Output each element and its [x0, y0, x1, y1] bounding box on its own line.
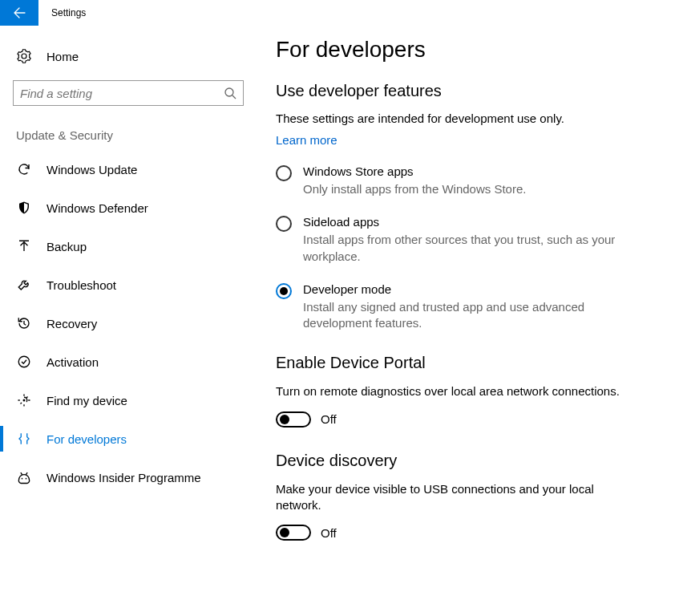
search-input[interactable]: [20, 87, 224, 100]
device-discovery-desc: Make your device visible to USB connecti…: [276, 481, 637, 514]
radio-indicator: [276, 216, 292, 232]
device-portal-toggle-state: Off: [321, 412, 337, 426]
window-title: Settings: [38, 7, 86, 18]
svg-point-2: [18, 356, 30, 367]
dev-features-intro: These settings are intended for developm…: [276, 111, 659, 125]
history-icon: [16, 316, 32, 330]
sidebar-item-find-my-device[interactable]: Find my device: [0, 381, 257, 419]
sidebar-item-insider[interactable]: Windows Insider Programme: [0, 458, 257, 496]
svg-line-1: [232, 95, 236, 99]
svg-point-4: [22, 478, 23, 480]
section-heading-dev-features: Use developer features: [276, 82, 659, 100]
home-label: Home: [46, 50, 79, 63]
radio-indicator: [276, 165, 292, 181]
section-heading-device-portal: Enable Device Portal: [276, 354, 659, 372]
svg-point-3: [23, 399, 26, 402]
search-icon: [224, 87, 236, 99]
ninja-cat-icon: [16, 470, 32, 484]
sidebar-item-label: Windows Insider Programme: [46, 471, 201, 484]
radio-indicator: [276, 283, 292, 299]
section-heading-device-discovery: Device discovery: [276, 452, 659, 470]
search-input-container[interactable]: [13, 80, 244, 106]
radio-developer-mode[interactable]: Developer mode Install any signed and tr…: [276, 282, 659, 332]
shield-icon: [16, 201, 32, 215]
page-title: For developers: [276, 37, 659, 63]
sidebar-item-recovery[interactable]: Recovery: [0, 304, 257, 342]
sidebar-nav: Windows Update Windows Defender Backup T…: [0, 150, 257, 496]
radio-label: Developer mode: [303, 282, 640, 296]
sync-icon: [16, 162, 32, 176]
arrow-up-icon: [16, 239, 32, 253]
back-button[interactable]: [0, 0, 38, 26]
sidebar-item-label: Windows Update: [46, 163, 137, 176]
learn-more-link[interactable]: Learn more: [276, 133, 337, 147]
sidebar-item-troubleshoot[interactable]: Troubleshoot: [0, 265, 257, 304]
sidebar-item-windows-update[interactable]: Windows Update: [0, 150, 257, 188]
sidebar-item-activation[interactable]: Activation: [0, 342, 257, 381]
svg-point-0: [225, 88, 233, 96]
sidebar-item-label: Find my device: [46, 394, 127, 407]
device-portal-toggle[interactable]: [276, 411, 311, 428]
titlebar: Settings: [0, 0, 683, 26]
sidebar-item-label: For developers: [46, 432, 127, 446]
svg-point-5: [26, 478, 27, 480]
arrow-left-icon: [13, 6, 26, 19]
sidebar-item-label: Recovery: [46, 317, 97, 330]
radio-description: Install any signed and trusted app and u…: [303, 299, 640, 332]
radio-sideload-apps[interactable]: Sideload apps Install apps from other so…: [276, 215, 659, 265]
sidebar-item-label: Windows Defender: [46, 201, 148, 215]
device-portal-desc: Turn on remote diagnostics over local ar…: [276, 383, 637, 399]
gear-icon: [16, 49, 32, 63]
radio-description: Only install apps from the Windows Store…: [303, 181, 526, 197]
radio-label: Sideload apps: [303, 215, 640, 229]
device-discovery-toggle[interactable]: [276, 525, 311, 541]
home-nav[interactable]: Home: [13, 42, 244, 71]
device-discovery-toggle-state: Off: [321, 526, 337, 540]
location-icon: [16, 393, 32, 407]
sidebar-item-windows-defender[interactable]: Windows Defender: [0, 188, 257, 227]
sidebar-item-for-developers[interactable]: For developers: [0, 419, 257, 458]
sidebar-item-label: Activation: [46, 355, 99, 369]
sidebar-item-backup[interactable]: Backup: [0, 227, 257, 265]
radio-description: Install apps from other sources that you…: [303, 232, 640, 265]
sidebar-item-label: Troubleshoot: [46, 278, 116, 292]
sidebar-section-header: Update & Security: [13, 128, 244, 142]
wrench-icon: [16, 278, 32, 292]
sidebar: Home Update & Security Windows Update Wi…: [0, 26, 257, 616]
dev-mode-radio-group: Windows Store apps Only install apps fro…: [276, 164, 659, 331]
check-circle-icon: [16, 355, 32, 369]
tools-icon: [16, 432, 32, 446]
radio-windows-store-apps[interactable]: Windows Store apps Only install apps fro…: [276, 164, 659, 197]
main-content: For developers Use developer features Th…: [257, 26, 683, 616]
sidebar-item-label: Backup: [46, 240, 87, 253]
radio-label: Windows Store apps: [303, 164, 526, 178]
